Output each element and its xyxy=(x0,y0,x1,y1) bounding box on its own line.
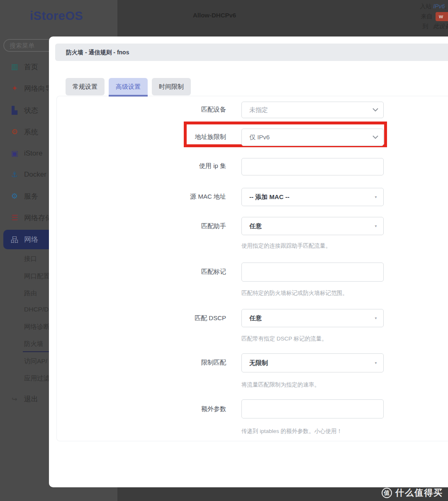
triangle-down-icon: ▼ xyxy=(374,361,377,365)
docker-icon: ⚓ xyxy=(10,170,19,179)
source-mac-select[interactable]: -- 添加 MAC -- ▼ xyxy=(241,188,384,206)
sidebar-item-label: 退出 xyxy=(24,394,38,404)
select-value: 任意 xyxy=(249,222,262,230)
field-label-match-helper: 匹配助手 xyxy=(49,222,226,230)
zone-badge: w xyxy=(436,12,448,21)
app-logo: iStoreOS xyxy=(30,9,83,23)
field-label-extra-args: 额外参数 xyxy=(49,405,226,413)
help-limit-match: 将流量匹配限制为指定的速率。 xyxy=(241,381,320,389)
dialog-title: 防火墙 - 通信规则 - fnos xyxy=(55,44,448,61)
sidebar-item-label: iStore xyxy=(24,149,42,158)
sidebar-item-label: Docker xyxy=(24,170,46,179)
services-icon: ⚙ xyxy=(10,192,19,201)
sidebar-item-label: 服务 xyxy=(24,192,38,201)
smzdm-watermark: 值 什么值得买 xyxy=(382,486,443,500)
firewall-rule-dialog: 防火墙 - 通信规则 - fnos 常规设置 高级设置 时间限制 匹配设备 未指… xyxy=(49,36,448,487)
field-label-match-mark: 匹配标记 xyxy=(49,268,226,276)
smzdm-watermark-text: 什么值得买 xyxy=(395,487,443,499)
status-icon: ▙ xyxy=(10,106,19,115)
sidebar-item-label: 系统 xyxy=(24,127,38,137)
extra-args-input[interactable] xyxy=(241,399,384,418)
home-icon: ▥ xyxy=(10,62,19,71)
select-value: 仅 IPv6 xyxy=(249,134,270,141)
match-helper-select[interactable]: 任意 ▼ xyxy=(241,217,384,235)
screen: iStoreOS 搜索菜单 ▥ 首页 ✦ 网络向导 ▙ 状态 ⚙ 系统 ▣ iS… xyxy=(0,0,448,501)
limit-match-select[interactable]: 无限制 ▼ xyxy=(241,353,384,372)
ipset-input[interactable] xyxy=(241,158,384,175)
wizard-icon: ✦ xyxy=(10,84,19,93)
smzdm-badge-icon: 值 xyxy=(382,488,392,498)
match-mark-input[interactable] xyxy=(241,263,384,282)
field-label-match-device: 匹配设备 xyxy=(49,106,226,114)
match-device-select[interactable]: 未指定 xyxy=(241,102,384,118)
field-label-ipset: 使用 ip 集 xyxy=(49,162,226,170)
chevron-down-icon xyxy=(373,136,378,139)
system-gear-icon: ⚙ xyxy=(10,127,19,136)
bg-to-line: 到 此设备 xyxy=(358,21,448,31)
select-value: 任意 xyxy=(249,314,262,322)
sidebar-item-label: 网络向导 xyxy=(24,84,52,93)
network-icon: 品 xyxy=(10,235,19,245)
istore-icon: ▣ xyxy=(10,149,19,158)
field-label-match-dscp: 匹配 DSCP xyxy=(49,314,226,322)
triangle-down-icon: ▼ xyxy=(374,224,377,228)
triangle-down-icon: ▼ xyxy=(374,316,377,320)
help-match-helper: 使用指定的连接跟踪助手匹配流量。 xyxy=(241,242,331,250)
tab-time-restrictions[interactable]: 时间限制 xyxy=(152,78,191,95)
bg-match-line: 入站 IPv6, 协 xyxy=(358,1,448,11)
sidebar-item-label: 网络 xyxy=(24,235,38,244)
bg-rule-details: 入站 IPv6, 协 来自 w 到 此设备 xyxy=(358,1,448,31)
select-value: -- 添加 MAC -- xyxy=(249,193,290,201)
bg-rule-name: Allow-DHCPv6 xyxy=(193,12,236,19)
help-match-mark: 匹配特定的防火墙标记或防火墙标记范围。 xyxy=(241,289,348,297)
select-value: 无限制 xyxy=(249,359,268,367)
chevron-down-icon xyxy=(373,108,378,112)
triangle-down-icon: ▼ xyxy=(374,195,377,199)
sidebar-item-label: 网络存储 xyxy=(24,213,52,223)
match-dscp-select[interactable]: 任意 ▼ xyxy=(241,309,384,327)
sidebar-item-label: 首页 xyxy=(24,62,38,72)
tab-general[interactable]: 常规设置 xyxy=(66,78,105,95)
bg-from-line: 来自 w xyxy=(358,11,448,21)
address-family-select[interactable]: 仅 IPv6 xyxy=(241,129,384,146)
help-extra-args: 传递到 iptables 的额外参数。小心使用！ xyxy=(241,428,342,435)
storage-icon: ☰ xyxy=(10,213,19,222)
tab-advanced[interactable]: 高级设置 xyxy=(109,78,148,95)
sidebar-item-label: 状态 xyxy=(24,106,38,115)
help-match-dscp: 匹配带有指定 DSCP 标记的流量。 xyxy=(241,335,327,343)
field-label-source-mac: 源 MAC 地址 xyxy=(49,193,226,201)
select-value: 未指定 xyxy=(249,106,268,114)
field-label-address-family: 地址族限制 xyxy=(49,133,226,141)
logout-icon: ↪ xyxy=(10,395,19,403)
field-label-limit-match: 限制匹配 xyxy=(49,359,226,367)
